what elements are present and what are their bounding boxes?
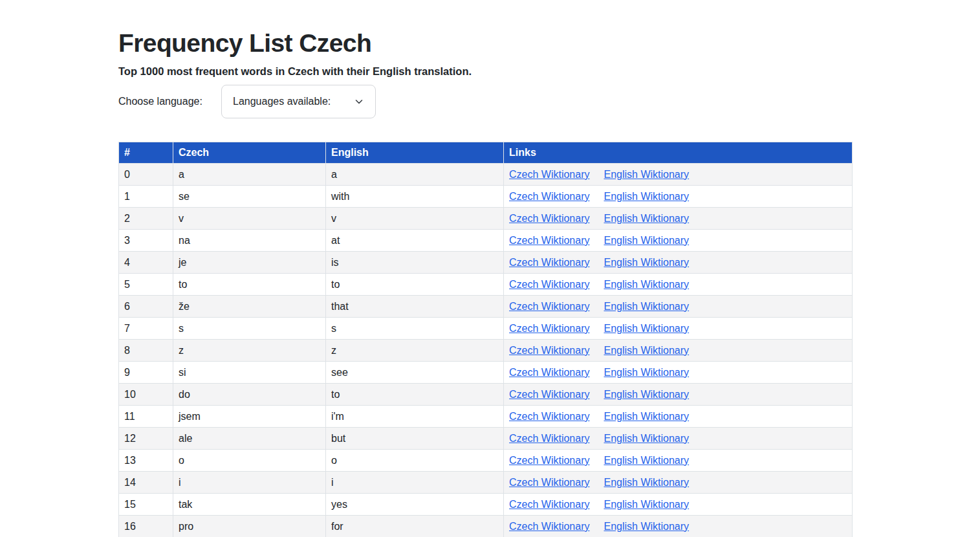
header-english: English: [326, 142, 504, 164]
table-row: 6žethatCzech WiktionaryEnglish Wiktionar…: [119, 296, 853, 318]
czech-word-cell: z: [173, 340, 326, 362]
table-row: 15takyesCzech WiktionaryEnglish Wiktiona…: [119, 494, 853, 516]
links-cell: Czech WiktionaryEnglish Wiktionary: [504, 208, 853, 230]
table-row: 9siseeCzech WiktionaryEnglish Wiktionary: [119, 362, 853, 384]
links-cell: Czech WiktionaryEnglish Wiktionary: [504, 318, 853, 340]
rank-cell: 5: [119, 274, 173, 296]
links-cell: Czech WiktionaryEnglish Wiktionary: [504, 230, 853, 252]
czech-wiktionary-link[interactable]: Czech Wiktionary: [509, 191, 589, 202]
english-wiktionary-link[interactable]: English Wiktionary: [604, 257, 689, 268]
rank-cell: 10: [119, 384, 173, 406]
english-wiktionary-link[interactable]: English Wiktionary: [604, 345, 689, 356]
english-wiktionary-link[interactable]: English Wiktionary: [604, 499, 689, 510]
english-word-cell: with: [326, 186, 504, 208]
rank-cell: 6: [119, 296, 173, 318]
czech-wiktionary-link[interactable]: Czech Wiktionary: [509, 367, 589, 378]
chevron-down-icon: [354, 96, 364, 107]
rank-cell: 0: [119, 164, 173, 186]
czech-word-cell: se: [173, 186, 326, 208]
rank-cell: 2: [119, 208, 173, 230]
table-row: 5totoCzech WiktionaryEnglish Wiktionary: [119, 274, 853, 296]
english-word-cell: to: [326, 384, 504, 406]
page-content: Frequency List Czech Top 1000 most frequ…: [118, 0, 852, 537]
links-cell: Czech WiktionaryEnglish Wiktionary: [504, 252, 853, 274]
czech-word-cell: do: [173, 384, 326, 406]
english-wiktionary-link[interactable]: English Wiktionary: [604, 433, 689, 444]
english-wiktionary-link[interactable]: English Wiktionary: [604, 521, 689, 532]
czech-word-cell: že: [173, 296, 326, 318]
links-cell: Czech WiktionaryEnglish Wiktionary: [504, 340, 853, 362]
english-wiktionary-link[interactable]: English Wiktionary: [604, 235, 689, 246]
czech-wiktionary-link[interactable]: Czech Wiktionary: [509, 499, 589, 510]
table-row: 1sewithCzech WiktionaryEnglish Wiktionar…: [119, 186, 853, 208]
czech-word-cell: ale: [173, 428, 326, 450]
czech-wiktionary-link[interactable]: Czech Wiktionary: [509, 389, 589, 400]
english-word-cell: z: [326, 340, 504, 362]
czech-word-cell: to: [173, 274, 326, 296]
czech-wiktionary-link[interactable]: Czech Wiktionary: [509, 213, 589, 224]
links-cell: Czech WiktionaryEnglish Wiktionary: [504, 384, 853, 406]
czech-wiktionary-link[interactable]: Czech Wiktionary: [509, 323, 589, 334]
czech-wiktionary-link[interactable]: Czech Wiktionary: [509, 301, 589, 312]
english-wiktionary-link[interactable]: English Wiktionary: [604, 455, 689, 466]
english-word-cell: o: [326, 450, 504, 472]
rank-cell: 1: [119, 186, 173, 208]
czech-word-cell: pro: [173, 516, 326, 537]
english-wiktionary-link[interactable]: English Wiktionary: [604, 301, 689, 312]
table-row: 8zzCzech WiktionaryEnglish Wiktionary: [119, 340, 853, 362]
links-cell: Czech WiktionaryEnglish Wiktionary: [504, 494, 853, 516]
english-word-cell: at: [326, 230, 504, 252]
english-word-cell: to: [326, 274, 504, 296]
english-wiktionary-link[interactable]: English Wiktionary: [604, 389, 689, 400]
czech-word-cell: o: [173, 450, 326, 472]
header-czech: Czech: [173, 142, 326, 164]
english-word-cell: a: [326, 164, 504, 186]
links-cell: Czech WiktionaryEnglish Wiktionary: [504, 274, 853, 296]
rank-cell: 3: [119, 230, 173, 252]
czech-wiktionary-link[interactable]: Czech Wiktionary: [509, 433, 589, 444]
english-wiktionary-link[interactable]: English Wiktionary: [604, 323, 689, 334]
links-cell: Czech WiktionaryEnglish Wiktionary: [504, 428, 853, 450]
links-cell: Czech WiktionaryEnglish Wiktionary: [504, 186, 853, 208]
header-rank: #: [119, 142, 173, 164]
czech-wiktionary-link[interactable]: Czech Wiktionary: [509, 455, 589, 466]
language-select[interactable]: Languages available:: [221, 85, 376, 118]
czech-wiktionary-link[interactable]: Czech Wiktionary: [509, 345, 589, 356]
czech-word-cell: je: [173, 252, 326, 274]
english-word-cell: i'm: [326, 406, 504, 428]
table-row: 4jeisCzech WiktionaryEnglish Wiktionary: [119, 252, 853, 274]
czech-wiktionary-link[interactable]: Czech Wiktionary: [509, 477, 589, 488]
czech-wiktionary-link[interactable]: Czech Wiktionary: [509, 257, 589, 268]
table-header-row: # Czech English Links: [119, 142, 853, 164]
english-wiktionary-link[interactable]: English Wiktionary: [604, 169, 689, 180]
rank-cell: 11: [119, 406, 173, 428]
english-wiktionary-link[interactable]: English Wiktionary: [604, 213, 689, 224]
language-selector-label: Choose language:: [118, 96, 221, 107]
english-wiktionary-link[interactable]: English Wiktionary: [604, 411, 689, 422]
table-row: 10dotoCzech WiktionaryEnglish Wiktionary: [119, 384, 853, 406]
czech-wiktionary-link[interactable]: Czech Wiktionary: [509, 169, 589, 180]
table-row: 3naatCzech WiktionaryEnglish Wiktionary: [119, 230, 853, 252]
czech-word-cell: v: [173, 208, 326, 230]
language-selector-row: Choose language: Languages available:: [118, 85, 852, 118]
table-row: 16proforCzech WiktionaryEnglish Wiktiona…: [119, 516, 853, 537]
english-word-cell: i: [326, 472, 504, 494]
page-subtitle: Top 1000 most frequent words in Czech wi…: [118, 63, 852, 79]
czech-wiktionary-link[interactable]: Czech Wiktionary: [509, 521, 589, 532]
english-wiktionary-link[interactable]: English Wiktionary: [604, 477, 689, 488]
english-wiktionary-link[interactable]: English Wiktionary: [604, 279, 689, 290]
czech-wiktionary-link[interactable]: Czech Wiktionary: [509, 411, 589, 422]
header-links: Links: [504, 142, 853, 164]
czech-wiktionary-link[interactable]: Czech Wiktionary: [509, 279, 589, 290]
rank-cell: 13: [119, 450, 173, 472]
czech-word-cell: na: [173, 230, 326, 252]
english-wiktionary-link[interactable]: English Wiktionary: [604, 191, 689, 202]
english-word-cell: for: [326, 516, 504, 537]
english-wiktionary-link[interactable]: English Wiktionary: [604, 367, 689, 378]
czech-wiktionary-link[interactable]: Czech Wiktionary: [509, 235, 589, 246]
english-word-cell: v: [326, 208, 504, 230]
english-word-cell: is: [326, 252, 504, 274]
czech-word-cell: jsem: [173, 406, 326, 428]
links-cell: Czech WiktionaryEnglish Wiktionary: [504, 406, 853, 428]
language-select-value: Languages available:: [233, 96, 331, 107]
